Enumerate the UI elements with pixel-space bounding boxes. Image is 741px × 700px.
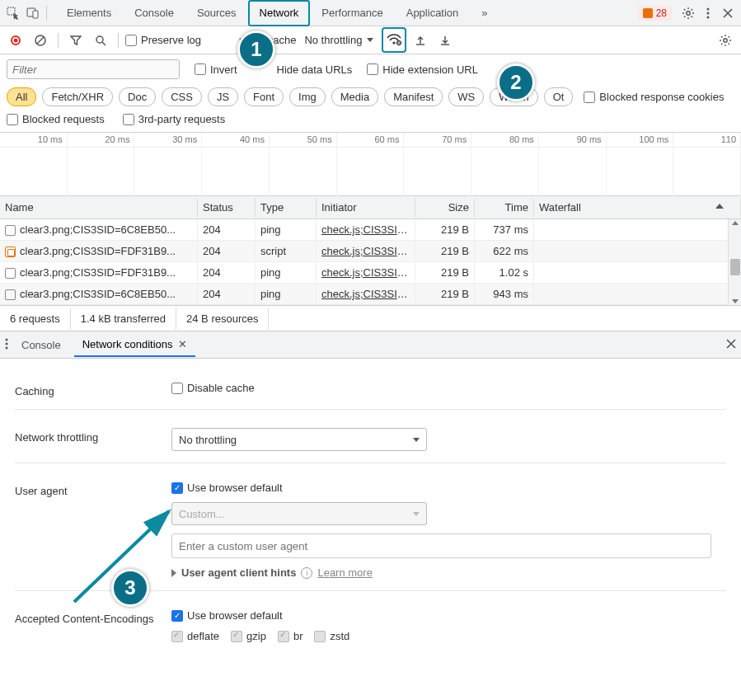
tab-console[interactable]: Console — [123, 0, 185, 26]
enc-gzip-checkbox: gzip — [231, 630, 266, 642]
blocked-requests-checkbox[interactable]: Blocked requests — [7, 113, 105, 125]
initiator-link[interactable]: check.js;CIS3SID= — [321, 266, 411, 279]
kebab-menu-icon[interactable] — [698, 3, 718, 23]
annotation-bubble-2: 2 — [497, 63, 535, 101]
learn-more-link[interactable]: Learn more — [317, 566, 372, 579]
ua-use-default-label: Use browser default — [187, 482, 283, 494]
type-pill-css[interactable]: CSS — [162, 87, 202, 106]
table-row[interactable]: clear3.png;CIS3SID=FDF31B9...204pingchec… — [0, 262, 741, 284]
footer-requests: 6 requests — [0, 308, 71, 330]
tab-application[interactable]: Application — [395, 0, 471, 26]
error-count: 28 — [656, 7, 667, 19]
blocked-cookies-checkbox[interactable]: Blocked response cookies — [584, 91, 724, 103]
file-icon — [5, 289, 16, 300]
third-party-label: 3rd-party requests — [138, 113, 226, 125]
svg-point-17 — [6, 346, 8, 349]
col-name[interactable]: Name — [0, 198, 198, 217]
drawer-tab-bar: Console Network conditions✕ — [0, 331, 741, 359]
col-time[interactable]: Time — [475, 198, 534, 217]
type-pill-media[interactable]: Media — [331, 87, 378, 106]
type-pill-font[interactable]: Font — [244, 87, 284, 106]
hide-data-urls-label: Hide data URLs — [277, 63, 353, 76]
device-toolbar-icon[interactable] — [23, 3, 43, 23]
third-party-checkbox[interactable]: 3rd-party requests — [123, 113, 226, 125]
col-waterfall[interactable]: Waterfall — [534, 198, 741, 217]
drawer-kebab-icon[interactable] — [5, 338, 8, 352]
clear-button[interactable] — [30, 30, 51, 51]
tab-elements[interactable]: Elements — [55, 0, 123, 26]
record-button[interactable] — [5, 30, 26, 51]
svg-point-11 — [393, 41, 396, 44]
filter-icon[interactable] — [65, 30, 87, 51]
download-har-icon[interactable] — [434, 30, 456, 51]
info-icon: i — [301, 567, 312, 579]
close-drawer-icon[interactable] — [726, 339, 736, 351]
close-tab-icon[interactable]: ✕ — [178, 338, 187, 350]
drawer-tab-console[interactable]: Console — [13, 334, 69, 356]
chevron-down-icon — [413, 512, 420, 516]
type-pill-ws[interactable]: WS — [448, 87, 484, 106]
ua-hints-label: User agent client hints — [181, 566, 296, 579]
svg-point-8 — [14, 38, 18, 42]
enc-use-default-checkbox[interactable]: ✓Use browser default — [171, 609, 711, 622]
close-devtools-icon[interactable] — [718, 3, 738, 23]
upload-har-icon[interactable] — [410, 30, 431, 51]
table-row[interactable]: clear3.png;CIS3SID=6C8EB50...204pingchec… — [0, 284, 741, 305]
table-scrollbar[interactable] — [728, 219, 741, 305]
preserve-log-checkbox[interactable]: Preserve log — [125, 34, 201, 46]
tab-performance[interactable]: Performance — [310, 0, 394, 26]
throttling-select[interactable]: No throttling — [299, 31, 378, 49]
type-pill-doc[interactable]: Doc — [119, 87, 156, 106]
hide-ext-urls-checkbox[interactable]: Hide extension URL — [367, 63, 478, 76]
ua-custom-input[interactable] — [171, 533, 711, 558]
enc-deflate-checkbox: deflate — [171, 630, 219, 642]
table-footer: 6 requests 1.4 kB transferred 24 B resou… — [0, 306, 741, 331]
type-pill-js[interactable]: JS — [208, 87, 238, 106]
tab-sources[interactable]: Sources — [185, 0, 248, 26]
chevron-down-icon — [413, 438, 420, 442]
settings-gear-icon[interactable] — [678, 3, 698, 23]
throttling-value: No throttling — [304, 34, 362, 46]
ua-preset-dropdown: Custom... — [171, 502, 427, 525]
error-badge[interactable]: 28 — [638, 6, 672, 21]
type-pill-fetch[interactable]: Fetch/XHR — [42, 87, 113, 106]
ua-use-default-checkbox[interactable]: ✓Use browser default — [171, 482, 711, 494]
requests-table: Name Status Type Initiator Size Time Wat… — [0, 196, 741, 306]
svg-point-15 — [6, 338, 8, 341]
type-pill-img[interactable]: Img — [289, 87, 326, 106]
throttling-dropdown[interactable]: No throttling — [171, 428, 427, 451]
drawer-tab-network-conditions[interactable]: Network conditions✕ — [74, 333, 195, 357]
timeline-tick: 20 ms — [68, 133, 135, 147]
type-pill-manifest[interactable]: Manifest — [384, 87, 443, 106]
type-pill-other[interactable]: Ot — [544, 87, 574, 106]
table-row[interactable]: clear3.png;CIS3SID=FDF31B9...204scriptch… — [0, 241, 741, 262]
network-toolbar: Preserve log sable cache No throttling — [0, 26, 741, 54]
tab-network[interactable]: Network — [248, 0, 311, 26]
col-size[interactable]: Size — [415, 198, 475, 217]
timeline-overview[interactable]: 10 ms20 ms30 ms40 ms50 ms60 ms70 ms80 ms… — [0, 132, 741, 196]
type-pill-all[interactable]: All — [7, 87, 36, 106]
search-icon[interactable] — [90, 30, 111, 51]
initiator-link[interactable]: check.js;CIS3SID= — [321, 288, 411, 300]
error-icon — [643, 8, 653, 18]
col-status[interactable]: Status — [198, 198, 256, 217]
filter-input[interactable] — [7, 59, 180, 79]
invert-label: Invert — [210, 63, 237, 76]
panel-settings-gear-icon[interactable] — [715, 30, 736, 51]
checked-icon: ✓ — [171, 482, 183, 494]
footer-transferred: 1.4 kB transferred — [71, 308, 176, 330]
initiator-link[interactable]: check.js;CIS3SID= — [321, 245, 411, 257]
ua-client-hints-toggle[interactable]: User agent client hints i Learn more — [171, 566, 711, 579]
col-type[interactable]: Type — [256, 198, 317, 217]
inspect-icon[interactable] — [3, 3, 23, 23]
col-initiator[interactable]: Initiator — [317, 198, 415, 217]
hide-data-urls-checkbox[interactable]: Hide data URLs — [277, 63, 353, 76]
tab-more[interactable]: » — [470, 0, 499, 26]
invert-checkbox[interactable]: Invert — [195, 63, 237, 76]
timeline-tick: 100 ms — [607, 133, 674, 147]
drawer-disable-cache-checkbox[interactable]: Disable cache — [171, 382, 711, 394]
svg-point-4 — [707, 7, 710, 10]
table-row[interactable]: clear3.png;CIS3SID=6C8EB50...204pingchec… — [0, 219, 741, 241]
initiator-link[interactable]: check.js;CIS3SID= — [321, 223, 411, 236]
network-conditions-button[interactable] — [382, 27, 406, 53]
